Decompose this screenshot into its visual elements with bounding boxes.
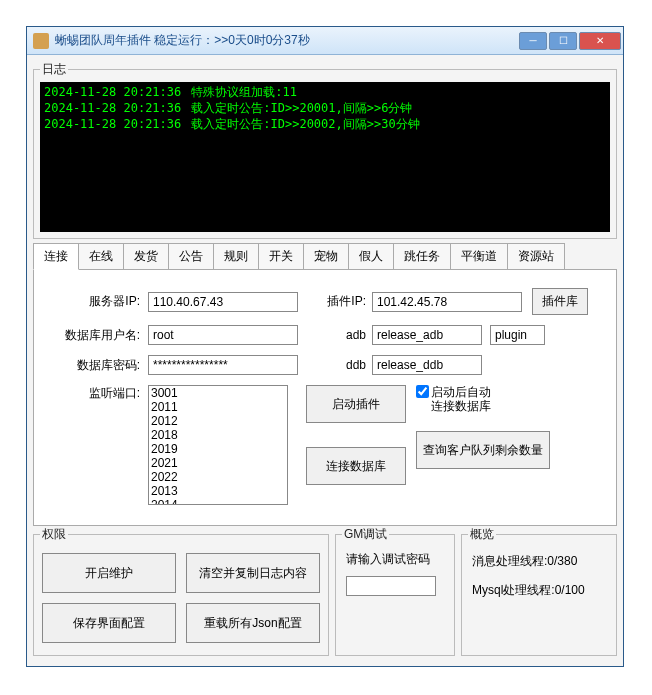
tab-8[interactable]: 跳任务 (393, 243, 451, 269)
close-button[interactable]: ✕ (579, 32, 621, 50)
port-option[interactable]: 2019 (149, 442, 287, 456)
permission-panel: 权限 开启维护 清空并复制日志内容 保存界面配置 重载所有Json配置 (33, 526, 329, 656)
start-plugin-button[interactable]: 启动插件 (306, 385, 406, 423)
permission-legend: 权限 (40, 526, 68, 543)
log-panel: 日志 2024-11-28 20:21:36特殊协议组加载:112024-11-… (33, 61, 617, 239)
clear-log-button[interactable]: 清空并复制日志内容 (186, 553, 320, 593)
app-icon (33, 33, 49, 49)
tab-connect-body: 服务器IP: 插件IP: 插件库 数据库用户名: adb 数据库密码: (33, 270, 617, 526)
log-line: 2024-11-28 20:21:36载入定时公告:ID>>20002,间隔>>… (44, 116, 606, 132)
port-option[interactable]: 2011 (149, 400, 287, 414)
log-legend: 日志 (40, 61, 68, 78)
plugin-ip-label: 插件IP: (316, 293, 372, 310)
port-listbox[interactable]: 3001201120122018201920212022201320143306 (148, 385, 288, 505)
adb-label: adb (316, 328, 372, 342)
query-queue-button[interactable]: 查询客户队列剩余数量 (416, 431, 550, 469)
plugin-ip-input[interactable] (372, 292, 522, 312)
ddb-label: ddb (316, 358, 372, 372)
tab-strip: 连接在线发货公告规则开关宠物假人跳任务平衡道资源站 (33, 243, 617, 270)
log-line: 2024-11-28 20:21:36特殊协议组加载:11 (44, 84, 606, 100)
log-output: 2024-11-28 20:21:36特殊协议组加载:112024-11-28 … (40, 82, 610, 232)
server-ip-input[interactable] (148, 292, 298, 312)
tab-0[interactable]: 连接 (33, 243, 79, 270)
overview-panel: 概览 消息处理线程:0/380 Mysql处理线程:0/100 (461, 526, 617, 656)
connect-db-button[interactable]: 连接数据库 (306, 447, 406, 485)
port-option[interactable]: 2014 (149, 498, 287, 505)
tab-9[interactable]: 平衡道 (450, 243, 508, 269)
adb-input[interactable] (372, 325, 482, 345)
auto-connect-label: 启动后自动连接数据库 (431, 385, 500, 413)
msg-thread-stat: 消息处理线程:0/380 (472, 553, 606, 570)
db-pass-input[interactable] (148, 355, 298, 375)
port-option[interactable]: 2018 (149, 428, 287, 442)
log-line: 2024-11-28 20:21:36载入定时公告:ID>>20001,间隔>>… (44, 100, 606, 116)
mysql-thread-stat: Mysql处理线程:0/100 (472, 582, 606, 599)
port-option[interactable]: 2013 (149, 484, 287, 498)
plugin-lib-button[interactable]: 插件库 (532, 288, 588, 315)
listen-port-label: 监听端口: (52, 385, 148, 402)
port-option[interactable]: 3001 (149, 386, 287, 400)
tab-3[interactable]: 公告 (168, 243, 214, 269)
port-option[interactable]: 2022 (149, 470, 287, 484)
tab-1[interactable]: 在线 (78, 243, 124, 269)
maintenance-button[interactable]: 开启维护 (42, 553, 176, 593)
db-user-label: 数据库用户名: (52, 327, 148, 344)
overview-legend: 概览 (468, 526, 496, 543)
gm-debug-panel: GM调试 请输入调试密码 (335, 526, 455, 656)
minimize-button[interactable]: ─ (519, 32, 547, 50)
tab-10[interactable]: 资源站 (507, 243, 565, 269)
maximize-button[interactable]: ☐ (549, 32, 577, 50)
gm-legend: GM调试 (342, 526, 389, 543)
tab-2[interactable]: 发货 (123, 243, 169, 269)
window-title: 蜥蜴团队周年插件 稳定运行：>>0天0时0分37秒 (55, 32, 519, 49)
tab-6[interactable]: 宠物 (303, 243, 349, 269)
db-pass-label: 数据库密码: (52, 357, 148, 374)
titlebar: 蜥蜴团队周年插件 稳定运行：>>0天0时0分37秒 ─ ☐ ✕ (27, 27, 623, 55)
tab-4[interactable]: 规则 (213, 243, 259, 269)
server-ip-label: 服务器IP: (52, 293, 148, 310)
tab-5[interactable]: 开关 (258, 243, 304, 269)
save-ui-button[interactable]: 保存界面配置 (42, 603, 176, 643)
db-user-input[interactable] (148, 325, 298, 345)
tab-7[interactable]: 假人 (348, 243, 394, 269)
auto-connect-checkbox[interactable] (416, 385, 429, 398)
gm-hint: 请输入调试密码 (346, 551, 444, 568)
gm-password-input[interactable] (346, 576, 436, 596)
plugin-field-input[interactable] (490, 325, 545, 345)
reload-json-button[interactable]: 重载所有Json配置 (186, 603, 320, 643)
port-option[interactable]: 2012 (149, 414, 287, 428)
ddb-input[interactable] (372, 355, 482, 375)
port-option[interactable]: 2021 (149, 456, 287, 470)
